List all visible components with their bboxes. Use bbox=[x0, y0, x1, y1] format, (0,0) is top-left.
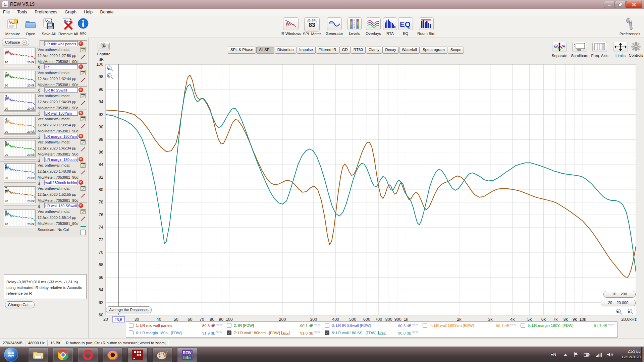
delete-measurement-icon[interactable]: ✕ bbox=[78, 203, 83, 208]
edit-notes-icon[interactable] bbox=[80, 163, 86, 168]
thumbnail-slider[interactable] bbox=[4, 111, 36, 113]
trace-checkbox[interactable] bbox=[325, 323, 329, 328]
zoom-out-y-icon[interactable]: − bbox=[106, 73, 114, 80]
menu-help[interactable]: Help bbox=[81, 9, 96, 14]
taskbar-red-app-button[interactable] bbox=[127, 348, 148, 362]
delete-measurement-icon[interactable]: ✕ bbox=[78, 41, 83, 46]
trace-checkbox[interactable] bbox=[227, 323, 231, 328]
graph-tab[interactable]: Filtered IR bbox=[316, 47, 339, 54]
range-10-200-button[interactable]: 10 .. 200 bbox=[603, 291, 636, 298]
thumbnail-slider[interactable] bbox=[4, 158, 36, 160]
graph-tab[interactable]: Clarity bbox=[366, 47, 382, 54]
minimize-button[interactable] bbox=[604, 1, 614, 8]
edit-notes-icon[interactable] bbox=[80, 47, 86, 52]
trace-style-icon[interactable] bbox=[80, 54, 86, 59]
tray-expand-icon[interactable] bbox=[564, 347, 568, 362]
start-button[interactable] bbox=[4, 348, 18, 362]
measurement-name-input[interactable] bbox=[44, 41, 78, 46]
graph-tab[interactable]: Impulse bbox=[297, 47, 315, 54]
edit-notes-icon[interactable] bbox=[80, 209, 86, 214]
spl-chart[interactable]: dB60626466687072747678808284868890929496… bbox=[89, 55, 644, 323]
show-desktop-button[interactable] bbox=[641, 347, 644, 362]
taskbar-chrome-button[interactable] bbox=[53, 348, 73, 362]
room-sim-button[interactable]: Room Sim bbox=[415, 17, 438, 36]
rta-button[interactable]: RTA bbox=[381, 17, 399, 36]
menu-tools[interactable]: Tools bbox=[14, 9, 30, 14]
delete-measurement-icon[interactable]: ✕ bbox=[78, 157, 83, 162]
trace-style-icon[interactable] bbox=[80, 101, 86, 106]
graph-tab[interactable]: RT60 bbox=[351, 47, 366, 54]
measurement-thumbnail[interactable]: 2 20 20,0k bbox=[4, 71, 36, 87]
measurement-thumbnail[interactable]: 8 20 20,0k bbox=[4, 209, 36, 226]
trace-checkbox[interactable] bbox=[325, 330, 329, 335]
taskbar-rew-button[interactable]: REWV5.1 bbox=[177, 348, 197, 362]
measurement-thumbnail[interactable]: 3 20 20,0k bbox=[4, 94, 36, 111]
trace-style-icon[interactable] bbox=[80, 193, 86, 198]
taskbar-paint-button[interactable] bbox=[152, 348, 172, 362]
menu-preferences[interactable]: Preferences bbox=[32, 9, 60, 14]
measurement-thumbnail[interactable]: 4 20 20,0k bbox=[4, 117, 36, 134]
menu-graph[interactable]: Graph bbox=[62, 9, 79, 14]
average-responses-button[interactable]: Average the Responses bbox=[106, 306, 152, 313]
trace-label[interactable]: 8: LR wall 180 SS...[FDW] bbox=[332, 331, 377, 335]
clock[interactable]: 2:53 μμ 12/12/2020 bbox=[621, 349, 641, 360]
ir-windows-button[interactable]: IR Windows bbox=[279, 17, 303, 36]
measurement-thumbnail[interactable]: 6 20 20,0k bbox=[4, 163, 36, 180]
thumbnail-slider[interactable] bbox=[4, 65, 36, 67]
thumbnail-slider[interactable] bbox=[4, 88, 36, 90]
measurement-name-input[interactable] bbox=[44, 157, 78, 162]
power-icon[interactable] bbox=[584, 347, 590, 362]
measurement-notes-icon[interactable] bbox=[80, 230, 86, 235]
trace-style-icon[interactable] bbox=[80, 216, 86, 221]
trace-style-icon[interactable] bbox=[80, 170, 86, 175]
language-indicator[interactable]: EN bbox=[550, 347, 556, 362]
trace-checkbox[interactable] bbox=[129, 323, 133, 328]
trace-style-icon[interactable] bbox=[80, 77, 86, 82]
measurement-name-input[interactable] bbox=[44, 111, 78, 116]
zoom-in-x-icon[interactable]: + bbox=[627, 308, 634, 316]
network-icon[interactable] bbox=[596, 347, 602, 362]
trace-label[interactable]: 1: LR mic wall panels bbox=[136, 323, 172, 327]
measurement-entry[interactable]: ✕ 1 20 20,0k Vec onthewall.mdat 12 Δεκ 2… bbox=[0, 40, 87, 63]
delete-measurement-icon[interactable]: ✕ bbox=[78, 180, 83, 185]
delete-measurement-icon[interactable]: ✕ bbox=[78, 87, 83, 92]
change-cal-button[interactable]: Change Cal... bbox=[5, 301, 35, 308]
menu-donate[interactable]: Donate bbox=[97, 9, 117, 14]
edit-notes-icon[interactable] bbox=[80, 116, 86, 121]
spl-chart-canvas[interactable]: dB60626466687072747678808284868890929496… bbox=[89, 55, 644, 323]
graph-tab[interactable]: Decay bbox=[382, 47, 399, 54]
zoom-out-x-icon[interactable]: − bbox=[615, 308, 623, 316]
delete-measurement-icon[interactable]: ✕ bbox=[78, 134, 83, 138]
thumbnail-slider[interactable] bbox=[4, 134, 36, 136]
trace-label[interactable]: 7: LR wall 180both...[FDW] bbox=[234, 331, 280, 335]
measurement-thumbnail[interactable]: 7 20 20,0k bbox=[4, 186, 36, 203]
trace-style-icon[interactable] bbox=[80, 147, 86, 152]
capture-button[interactable]: Capture bbox=[93, 42, 115, 56]
trace-checkbox[interactable] bbox=[129, 330, 133, 335]
close-button[interactable] bbox=[626, 1, 642, 8]
measurement-name-input[interactable] bbox=[44, 180, 78, 185]
thumbnail-slider[interactable] bbox=[4, 227, 36, 229]
trace-label[interactable]: 6: LR margin 180b...[FDW] bbox=[136, 331, 182, 335]
graph-tab[interactable]: Scope bbox=[448, 47, 464, 54]
graph-tab[interactable]: GD bbox=[339, 47, 351, 54]
info-button[interactable]: Info bbox=[76, 17, 90, 35]
edit-notes-icon[interactable] bbox=[80, 186, 86, 191]
menu-file[interactable]: File bbox=[0, 9, 13, 14]
thumbnail-slider[interactable] bbox=[4, 181, 36, 183]
edit-notes-icon[interactable] bbox=[80, 93, 86, 98]
trace-style-icon[interactable] bbox=[80, 124, 86, 129]
measurement-thumbnail[interactable]: 1 20 20,0k bbox=[4, 48, 36, 64]
trace-label[interactable]: 3: LR IR SSwall [FDW] bbox=[332, 323, 371, 327]
delete-measurement-icon[interactable]: ✕ bbox=[78, 64, 83, 69]
graph-tab[interactable]: Spectrogram bbox=[420, 47, 447, 54]
zoom-in-y-icon[interactable]: + bbox=[106, 65, 114, 72]
measurement-thumbnail[interactable]: 5 20 20,0k bbox=[4, 140, 36, 157]
measurement-name-input[interactable] bbox=[44, 203, 78, 208]
edit-notes-icon[interactable] bbox=[80, 70, 86, 75]
volume-icon[interactable] bbox=[606, 347, 613, 362]
measurement-name-input[interactable] bbox=[44, 64, 78, 69]
measurement-name-input[interactable] bbox=[44, 87, 78, 93]
graph-tab[interactable]: SPL & Phase bbox=[228, 47, 256, 54]
edit-notes-icon[interactable] bbox=[80, 139, 86, 144]
